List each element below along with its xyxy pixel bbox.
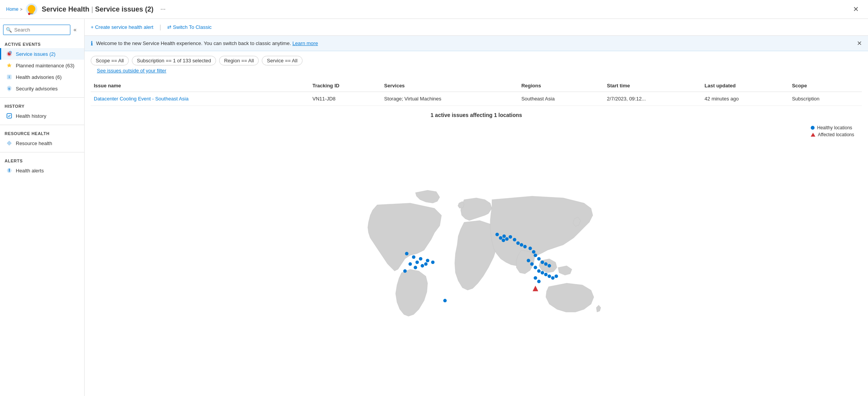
sidebar-item-health-alerts-label: Health alerts bbox=[16, 168, 44, 174]
banner-learn-more-link[interactable]: Learn more bbox=[293, 40, 318, 46]
healthy-location-dot bbox=[527, 259, 530, 262]
healthy-location-dot bbox=[532, 250, 535, 254]
healthy-location-dot bbox=[496, 233, 499, 236]
sidebar-divider-3 bbox=[0, 152, 84, 152]
sidebar-item-health-advisories[interactable]: i Health advisories (6) bbox=[0, 71, 84, 83]
toolbar-divider: | bbox=[160, 24, 161, 31]
switch-classic-button[interactable]: ⇄ Switch To Classic bbox=[167, 23, 212, 32]
map-container: Healthy locations Affected locations bbox=[91, 121, 862, 393]
toolbar: + Create service health alert | ⇄ Switch… bbox=[85, 19, 868, 36]
affected-triangle-icon bbox=[811, 133, 815, 137]
affected-legend-label: Affected locations bbox=[818, 132, 854, 137]
healthy-location-dot bbox=[530, 262, 534, 266]
col-start-time: Start time bbox=[604, 80, 702, 92]
issue-link[interactable]: Datacenter Cooling Event - Southeast Asi… bbox=[94, 96, 188, 102]
cell-issue-name: Datacenter Cooling Event - Southeast Asi… bbox=[91, 92, 309, 106]
healthy-location-dot bbox=[547, 274, 551, 278]
svg-point-5 bbox=[10, 52, 11, 53]
section-history-label: HISTORY bbox=[0, 101, 84, 110]
service-issues-icon bbox=[6, 50, 13, 57]
health-history-icon bbox=[6, 112, 13, 119]
healthy-location-dot bbox=[513, 238, 516, 241]
region-filter[interactable]: Region == All bbox=[219, 56, 259, 65]
sidebar-item-planned-maintenance-label: Planned maintenance (63) bbox=[16, 63, 75, 69]
healthy-location-dot bbox=[405, 252, 409, 255]
healthy-location-dot bbox=[555, 274, 558, 278]
sidebar-item-service-issues[interactable]: Service issues (2) bbox=[0, 48, 84, 60]
healthy-location-dot bbox=[416, 261, 419, 264]
col-last-updated: Last updated bbox=[702, 80, 789, 92]
healthy-legend-label: Healthy locations bbox=[817, 125, 852, 130]
cell-start-time: 2/7/2023, 09:12... bbox=[604, 92, 702, 106]
sidebar-item-security-advisories-label: Security advisories bbox=[16, 86, 58, 92]
svg-point-1 bbox=[28, 13, 30, 15]
health-alerts-icon bbox=[6, 167, 13, 174]
healthy-legend-item: Healthy locations bbox=[811, 125, 854, 130]
sidebar-item-health-advisories-label: Health advisories (6) bbox=[16, 74, 62, 80]
health-advisories-icon: i bbox=[6, 74, 13, 80]
healthy-location-dot bbox=[499, 236, 502, 240]
healthy-location-dot bbox=[537, 257, 540, 261]
sidebar-item-health-alerts[interactable]: Health alerts bbox=[0, 165, 84, 176]
more-options-button[interactable]: ··· bbox=[157, 4, 168, 14]
healthy-dot-icon bbox=[811, 126, 815, 130]
sidebar-item-resource-health-label: Resource health bbox=[16, 140, 52, 146]
sidebar-item-planned-maintenance[interactable]: Planned maintenance (63) bbox=[0, 60, 84, 71]
affected-legend-item: Affected locations bbox=[811, 132, 854, 137]
search-icon: 🔍 bbox=[6, 27, 12, 33]
sidebar-item-service-issues-label: Service issues (2) bbox=[16, 51, 55, 57]
app-icon bbox=[25, 3, 38, 15]
affected-location-dot bbox=[533, 286, 538, 291]
sidebar-item-health-history[interactable]: Health history bbox=[0, 110, 84, 122]
planned-maintenance-icon bbox=[6, 62, 13, 69]
cell-regions: Southeast Asia bbox=[518, 92, 604, 106]
filters-area: Scope == All Subscription == 1 of 133 se… bbox=[85, 51, 868, 67]
healthy-location-dot bbox=[551, 276, 555, 280]
section-resource-health-label: RESOURCE HEALTH bbox=[0, 128, 84, 137]
healthy-location-dot bbox=[419, 257, 422, 261]
security-advisories-icon: S bbox=[6, 85, 13, 92]
col-issue-name: Issue name bbox=[91, 80, 309, 92]
healthy-location-dot bbox=[414, 266, 417, 269]
content-area: + Create service health alert | ⇄ Switch… bbox=[85, 19, 868, 396]
world-map bbox=[326, 184, 626, 330]
close-button[interactable]: ✕ bbox=[850, 3, 862, 15]
cell-last-updated: 42 minutes ago bbox=[702, 92, 789, 106]
svg-text:S: S bbox=[8, 87, 10, 90]
healthy-location-dot bbox=[509, 235, 512, 239]
info-banner: ℹ Welcome to the new Service Health expe… bbox=[85, 36, 868, 51]
sidebar-item-health-history-label: Health history bbox=[16, 113, 46, 119]
healthy-location-dot bbox=[523, 245, 527, 248]
search-input[interactable] bbox=[3, 25, 70, 35]
scope-filter[interactable]: Scope == All bbox=[91, 56, 129, 65]
healthy-location-dot bbox=[547, 264, 551, 267]
breadcrumb-separator: > bbox=[20, 7, 22, 12]
healthy-location-dot bbox=[443, 299, 447, 302]
banner-close-button[interactable]: ✕ bbox=[857, 40, 862, 47]
sidebar-item-security-advisories[interactable]: S Security advisories bbox=[0, 83, 84, 94]
healthy-location-dot bbox=[502, 239, 505, 242]
subscription-filter[interactable]: Subscription == 1 of 133 selected bbox=[132, 56, 216, 65]
sidebar-divider-1 bbox=[0, 97, 84, 98]
cell-scope: Subscription bbox=[789, 92, 862, 106]
svg-point-11 bbox=[9, 171, 10, 172]
page-title-area: Service Health | Service issues (2) ··· bbox=[25, 3, 847, 15]
sidebar-item-resource-health[interactable]: Resource health bbox=[0, 137, 84, 149]
resource-health-icon bbox=[6, 140, 13, 147]
healthy-location-dot bbox=[540, 271, 544, 274]
collapse-sidebar-button[interactable]: « bbox=[72, 25, 78, 34]
page-title: Service Health | Service issues (2) bbox=[42, 5, 153, 13]
service-filter[interactable]: Service == All bbox=[262, 56, 303, 65]
table-row: Datacenter Cooling Event - Southeast Asi… bbox=[91, 92, 862, 106]
healthy-location-dot bbox=[534, 266, 537, 269]
sidebar: 🔍 « ACTIVE EVENTS Service issues (2) Pla… bbox=[0, 19, 85, 396]
col-tracking-id: Tracking ID bbox=[309, 80, 381, 92]
section-alerts-label: ALERTS bbox=[0, 155, 84, 165]
issues-table: Issue name Tracking ID Services Regions … bbox=[91, 80, 862, 106]
sidebar-divider-2 bbox=[0, 125, 84, 125]
healthy-location-dot bbox=[534, 276, 537, 280]
see-issues-outside-filter-link[interactable]: See issues outside of your filter bbox=[91, 66, 173, 75]
cell-services: Storage; Virtual Machines bbox=[381, 92, 518, 106]
create-alert-button[interactable]: + Create service health alert bbox=[91, 23, 153, 32]
home-link[interactable]: Home bbox=[6, 7, 18, 12]
